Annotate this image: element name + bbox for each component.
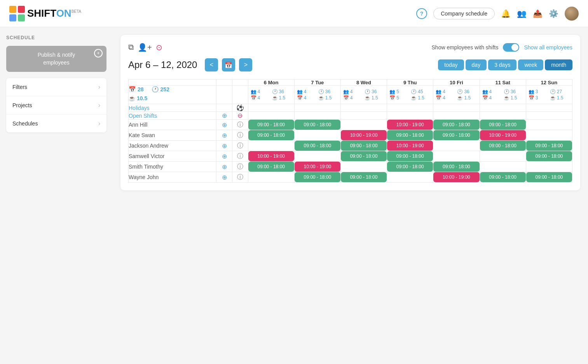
shift-block[interactable]: 10:00 - 19:00 xyxy=(295,162,340,172)
wayne-john-info-btn[interactable]: ⓘ xyxy=(232,172,248,183)
shift-block[interactable]: 10:00 - 19:00 xyxy=(387,141,433,151)
day-button[interactable]: day xyxy=(466,59,487,70)
jackson-andrew-wed[interactable]: 09:00 - 18:00 xyxy=(340,141,387,151)
samwell-victor-wed[interactable]: 09:00 - 18:00 xyxy=(340,151,387,162)
samwell-victor-add-btn[interactable]: ⊕ xyxy=(216,151,232,162)
add-icon[interactable]: ⊕ xyxy=(222,174,227,181)
kate-swan-wed[interactable]: 10:00 - 19:00 xyxy=(340,130,387,141)
jackson-andrew-info-btn[interactable]: ⓘ xyxy=(232,141,248,151)
shift-block[interactable]: 09:00 - 18:00 xyxy=(433,162,479,172)
shift-block[interactable]: 09:00 - 18:00 xyxy=(433,130,479,140)
today-button[interactable]: today xyxy=(438,59,464,70)
shift-block[interactable]: 09:00 - 18:00 xyxy=(341,141,387,151)
prev-week-button[interactable]: < xyxy=(205,58,218,71)
shift-block[interactable]: 09:00 - 18:00 xyxy=(526,172,572,182)
shift-block[interactable]: 10:00 - 19:00 xyxy=(387,120,433,130)
wayne-john-sat[interactable]: 09:00 - 18:00 xyxy=(480,172,526,183)
shift-block[interactable]: 09:00 - 18:00 xyxy=(248,120,294,130)
smith-timothy-tue[interactable]: 10:00 - 19:00 xyxy=(294,162,340,172)
jackson-andrew-sun[interactable]: 09:00 - 18:00 xyxy=(526,141,572,151)
shift-block[interactable]: 09:00 - 18:00 xyxy=(295,141,340,151)
samwell-victor-thu[interactable]: 09:00 - 18:00 xyxy=(387,151,433,162)
kate-swan-mon[interactable]: 09:00 - 18:00 xyxy=(248,130,294,141)
copy-icon[interactable]: ⧉ xyxy=(128,43,134,52)
shift-block[interactable]: 09:00 - 18:00 xyxy=(526,151,572,161)
ann-hill-mon[interactable]: 09:00 - 18:00 xyxy=(248,120,294,130)
shift-block[interactable]: 10:00 - 19:00 xyxy=(248,151,294,161)
ann-hill-sat[interactable]: 09:00 - 18:00 xyxy=(480,120,526,130)
three-days-button[interactable]: 3 days xyxy=(488,59,516,70)
shift-block[interactable]: 10:00 - 19:00 xyxy=(341,130,387,140)
settings-icon[interactable]: ⚙️ xyxy=(549,9,558,18)
wayne-john-add-btn[interactable]: ⊕ xyxy=(216,172,232,183)
info-icon[interactable]: ⓘ xyxy=(237,132,243,138)
people-icon[interactable]: 👥 xyxy=(517,9,527,18)
smith-timothy-mon[interactable]: 09:00 - 18:00 xyxy=(248,162,294,172)
ann-hill-info-btn[interactable]: ⓘ xyxy=(232,120,248,130)
week-button[interactable]: week xyxy=(518,59,543,70)
ann-hill-add-btn[interactable]: ⊕ xyxy=(216,120,232,130)
smith-timothy-thu[interactable]: 09:00 - 18:00 xyxy=(387,162,433,172)
shift-block[interactable]: 09:00 - 18:00 xyxy=(295,120,340,130)
ann-hill-fri[interactable]: 09:00 - 18:00 xyxy=(433,120,480,130)
kate-swan-sat[interactable]: 10:00 - 19:00 xyxy=(480,130,526,141)
remove-shift-icon[interactable]: ⊖ xyxy=(237,112,243,119)
info-icon[interactable]: ⓘ xyxy=(237,174,243,180)
kate-swan-thu[interactable]: 09:00 - 18:00 xyxy=(387,130,433,141)
info-icon[interactable]: ⓘ xyxy=(237,163,243,170)
samwell-victor-sun[interactable]: 09:00 - 18:00 xyxy=(526,151,572,162)
add-shift-icon[interactable]: ⊕ xyxy=(222,112,227,119)
employees-toggle[interactable] xyxy=(503,43,519,52)
show-all-employees-link[interactable]: Show all employees xyxy=(524,44,572,51)
add-icon[interactable]: ⊕ xyxy=(222,153,227,160)
shift-block[interactable]: 10:00 - 19:00 xyxy=(433,172,479,182)
jackson-andrew-add-btn[interactable]: ⊕ xyxy=(216,141,232,151)
shift-block[interactable]: 09:00 - 18:00 xyxy=(387,151,433,161)
wayne-john-tue[interactable]: 09:00 - 18:00 xyxy=(294,172,340,183)
open-shifts-add-cell[interactable]: ⊕ xyxy=(216,112,232,120)
add-icon[interactable]: ⊕ xyxy=(222,164,227,170)
calendar-button[interactable]: 📅 xyxy=(222,58,235,71)
kate-swan-fri[interactable]: 09:00 - 18:00 xyxy=(433,130,480,141)
add-icon[interactable]: ⊕ xyxy=(222,132,227,139)
jackson-andrew-tue[interactable]: 09:00 - 18:00 xyxy=(294,141,340,151)
avatar[interactable] xyxy=(565,7,579,21)
shift-block[interactable]: 09:00 - 18:00 xyxy=(248,162,294,172)
shift-block[interactable]: 09:00 - 18:00 xyxy=(295,172,340,182)
sidebar-item-filters[interactable]: Filters › xyxy=(6,78,106,96)
smith-timothy-add-btn[interactable]: ⊕ xyxy=(216,162,232,172)
ann-hill-thu[interactable]: 10:00 - 19:00 xyxy=(387,120,433,130)
info-icon[interactable]: ⓘ xyxy=(237,153,243,159)
shift-block[interactable]: 09:00 - 18:00 xyxy=(387,130,433,140)
kate-swan-info-btn[interactable]: ⓘ xyxy=(232,130,248,141)
jackson-andrew-thu[interactable]: 10:00 - 19:00 xyxy=(387,141,433,151)
shift-block[interactable]: 09:00 - 18:00 xyxy=(341,172,387,182)
open-shifts-remove-cell[interactable]: ⊖ xyxy=(232,112,248,120)
help-icon[interactable]: ? xyxy=(416,8,427,19)
sidebar-item-projects[interactable]: Projects › xyxy=(6,96,106,115)
shift-block[interactable]: 09:00 - 18:00 xyxy=(387,162,433,172)
smith-timothy-fri[interactable]: 09:00 - 18:00 xyxy=(433,162,480,172)
sidebar-item-schedules[interactable]: Schedules › xyxy=(6,115,106,132)
notification-icon[interactable]: 🔔 xyxy=(501,9,511,18)
smith-timothy-info-btn[interactable]: ⓘ xyxy=(232,162,248,172)
export-icon[interactable]: 📤 xyxy=(533,9,543,18)
shift-block[interactable]: 09:00 - 18:00 xyxy=(480,172,526,182)
shift-block[interactable]: 09:00 - 18:00 xyxy=(480,120,526,130)
info-icon[interactable]: ⓘ xyxy=(237,142,243,149)
samwell-victor-info-btn[interactable]: ⓘ xyxy=(232,151,248,162)
shift-block[interactable]: 10:00 - 19:00 xyxy=(480,130,526,140)
kate-swan-add-btn[interactable]: ⊕ xyxy=(216,130,232,141)
shift-block[interactable]: 09:00 - 18:00 xyxy=(526,141,572,151)
clock-icon[interactable]: ⊙ xyxy=(156,43,162,52)
shift-block[interactable]: 09:00 - 18:00 xyxy=(341,151,387,161)
samwell-victor-mon[interactable]: 10:00 - 19:00 xyxy=(248,151,294,162)
add-employee-icon[interactable]: 👤+ xyxy=(138,43,152,52)
publish-notify-button[interactable]: Publish & notify employees + xyxy=(6,46,106,72)
jackson-andrew-sat[interactable]: 09:00 - 18:00 xyxy=(480,141,526,151)
shift-block[interactable]: 09:00 - 18:00 xyxy=(480,141,526,151)
shift-block[interactable]: 09:00 - 18:00 xyxy=(433,120,479,130)
wayne-john-sun[interactable]: 09:00 - 18:00 xyxy=(526,172,572,183)
ann-hill-tue[interactable]: 09:00 - 18:00 xyxy=(294,120,340,130)
next-week-button[interactable]: > xyxy=(239,58,252,71)
